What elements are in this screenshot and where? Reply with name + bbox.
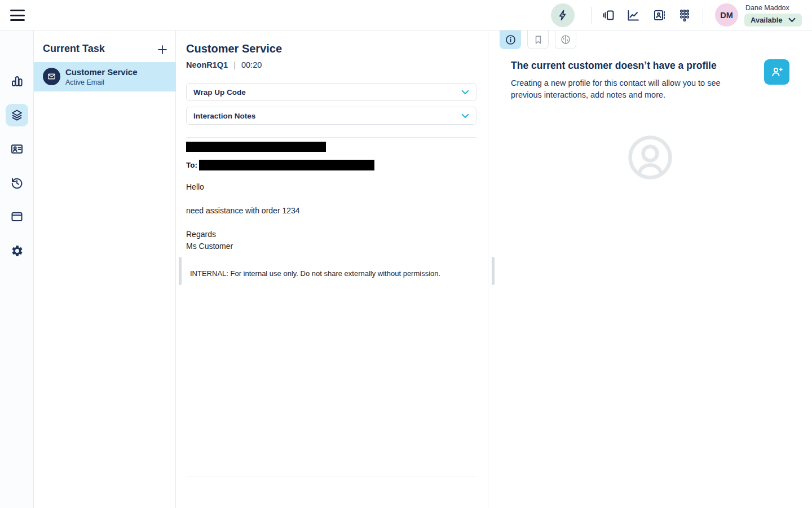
chevron-down-icon (788, 17, 796, 23)
quick-actions-button[interactable] (551, 3, 575, 27)
menu-icon[interactable] (10, 8, 25, 22)
window-icon (10, 210, 24, 224)
task-item-title: Customer Service (65, 67, 138, 77)
user-avatar[interactable]: DM (715, 3, 738, 27)
chevron-down-icon (461, 113, 469, 119)
gear-icon (11, 244, 24, 257)
tab-profile-info[interactable] (500, 30, 521, 49)
tab-bookmarks[interactable] (527, 30, 549, 49)
email-to-label: To: (186, 161, 197, 169)
dialpad-icon (678, 8, 691, 22)
info-icon (505, 34, 517, 46)
tab-agent-assist[interactable] (555, 30, 576, 49)
contact-card-icon (652, 8, 666, 22)
chevron-down-icon (461, 90, 469, 95)
top-bar: DM Dane Maddox Available (0, 0, 812, 30)
wrap-up-code-label: Wrap Up Code (193, 88, 246, 97)
add-task-button[interactable] (154, 41, 171, 58)
interaction-notes-dropdown[interactable]: Interaction Notes (186, 107, 476, 125)
envelope-icon (47, 72, 56, 81)
profile-placeholder-avatar (628, 135, 673, 180)
nav-interactions[interactable] (6, 104, 28, 126)
avatar-initials: DM (720, 11, 733, 20)
internal-disclaimer: INTERNAL: For internal use only. Do not … (190, 269, 440, 278)
no-profile-heading: The current customer doesn’t have a prof… (511, 60, 717, 72)
current-task-panel: Current Task Customer Service Active Ema… (34, 30, 176, 508)
nav-apps[interactable] (6, 205, 28, 228)
status-dropdown[interactable]: Available (744, 14, 802, 27)
email-body-line: Regards (186, 230, 216, 239)
interactions-button[interactable] (599, 6, 618, 24)
dialpad-button[interactable] (675, 6, 694, 24)
bar-chart-icon (10, 75, 24, 88)
email-channel-badge (43, 68, 60, 85)
email-header-divider (186, 137, 476, 138)
customer-profile-panel: The current customer doesn’t have a prof… (488, 30, 812, 508)
email-body-line: Ms Customer (186, 242, 233, 251)
meta-separator: | (233, 60, 236, 69)
left-nav-rail (0, 30, 34, 508)
redacted-subject (186, 142, 326, 152)
topbar-divider (703, 7, 703, 24)
status-label: Available (751, 16, 783, 24)
nav-settings[interactable] (6, 239, 28, 262)
line-chart-icon (626, 8, 640, 22)
person-add-icon (770, 65, 784, 79)
redacted-recipient (199, 160, 374, 170)
lightning-icon (557, 9, 569, 21)
task-panel-title: Current Task (43, 43, 105, 55)
history-icon (10, 176, 24, 190)
interaction-timer: 00:20 (241, 60, 262, 69)
nav-contacts[interactable] (6, 138, 28, 160)
topbar-divider (591, 7, 592, 24)
task-list-item[interactable]: Customer Service Active Email (34, 62, 176, 91)
id-card-icon (10, 142, 24, 156)
task-item-subtitle: Active Email (65, 78, 104, 86)
queue-name: NeonR1Q1 (186, 60, 228, 69)
email-body-line: Hello (186, 182, 204, 191)
brain-icon (560, 34, 571, 45)
panel-resize-handle-right[interactable] (492, 257, 495, 285)
plus-icon (156, 43, 169, 56)
wrap-up-code-dropdown[interactable]: Wrap Up Code (186, 83, 476, 101)
panels-icon (602, 8, 615, 22)
user-name: Dane Maddox (745, 4, 789, 12)
directory-button[interactable] (650, 6, 669, 24)
interaction-meta: NeonR1Q1 | 00:20 (186, 60, 262, 69)
nav-history[interactable] (6, 172, 28, 194)
create-profile-button[interactable] (764, 59, 789, 85)
email-body-line: need assistance with order 1234 (186, 206, 300, 215)
no-profile-description: Creating a new profile for this contact … (511, 77, 743, 101)
interaction-panel: Customer Service NeonR1Q1 | 00:20 Wrap U… (176, 30, 488, 508)
layers-icon (10, 108, 24, 122)
nav-activity[interactable] (6, 70, 28, 93)
bookmark-icon (533, 34, 544, 45)
toolbar-divider (186, 476, 476, 476)
interaction-notes-label: Interaction Notes (193, 112, 255, 120)
panel-resize-handle-left[interactable] (179, 257, 182, 285)
interaction-title: Customer Service (186, 42, 282, 55)
performance-button[interactable] (624, 6, 643, 24)
